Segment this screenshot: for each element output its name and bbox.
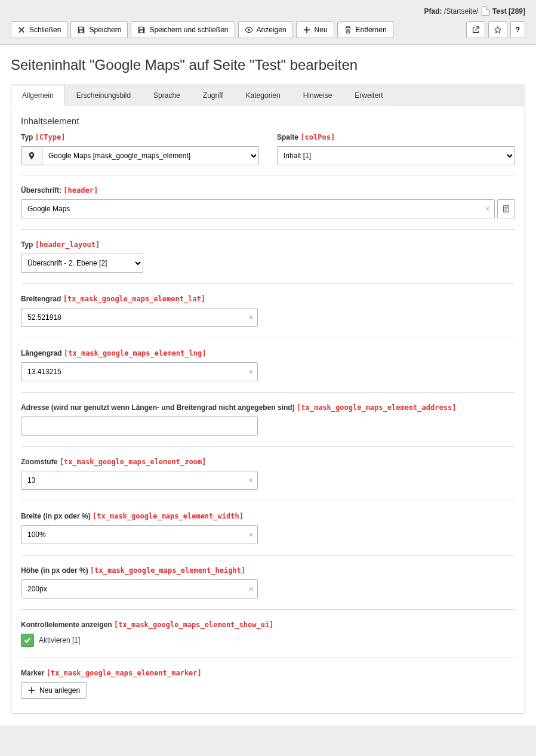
save-close-button-label: Speichern und schließen — [149, 26, 228, 34]
tabs: Allgemein Erscheinungsbild Sprache Zugri… — [11, 84, 525, 106]
height-label: Höhe (in px oder %) [tx_mask_google_maps… — [21, 566, 515, 575]
clear-icon[interactable]: × — [485, 204, 490, 214]
close-icon — [17, 26, 26, 34]
address-input[interactable] — [21, 416, 258, 436]
view-button[interactable]: Anzeigen — [238, 21, 293, 38]
tab-categories[interactable]: Kategorien — [235, 85, 292, 106]
new-button[interactable]: Neu — [296, 21, 334, 38]
lat-input[interactable] — [21, 308, 258, 327]
tab-appearance[interactable]: Erscheinungsbild — [65, 85, 142, 106]
toolbar: Schließen Speichern Speichern und schlie… — [0, 19, 536, 45]
star-icon — [494, 26, 502, 34]
clear-icon[interactable]: × — [248, 584, 253, 594]
tab-language[interactable]: Sprache — [142, 85, 192, 106]
close-button-label: Schließen — [29, 26, 61, 34]
ctype-select[interactable]: Google Maps [mask_google_maps_element] — [42, 146, 259, 165]
clear-icon[interactable]: × — [248, 530, 253, 539]
svg-point-0 — [248, 29, 250, 31]
zoom-input[interactable] — [21, 471, 258, 490]
header-layout-label: Typ [header_layout] — [21, 240, 515, 249]
tab-hints[interactable]: Hinweise — [292, 85, 344, 106]
document-icon — [502, 205, 510, 213]
external-link-icon — [472, 26, 480, 34]
marker-label: Marker [tx_mask_google_maps_element_mark… — [21, 669, 515, 677]
path-root-link[interactable]: /Startseite/ — [444, 7, 478, 16]
tab-extended[interactable]: Erweitert — [343, 85, 394, 106]
width-input[interactable] — [21, 525, 258, 544]
header-input[interactable] — [21, 199, 495, 218]
marker-new-button[interactable]: Neu anlegen — [21, 682, 87, 699]
view-button-label: Anzeigen — [257, 26, 287, 34]
clear-icon[interactable]: × — [248, 367, 253, 377]
marker-icon — [27, 152, 36, 160]
bookmark-button[interactable] — [488, 21, 507, 38]
section-content-element: Inhaltselement — [21, 116, 515, 126]
help-icon: ? — [516, 26, 520, 34]
lng-label: Längengrad [tx_mask_google_maps_element_… — [21, 349, 515, 357]
eye-icon — [245, 26, 253, 34]
ctype-icon-prefix — [21, 146, 42, 165]
tab-access[interactable]: Zugriff — [192, 85, 235, 106]
show-ui-label: Kontrollelemente anzeigen [tx_mask_googl… — [21, 621, 515, 629]
marker-new-button-label: Neu anlegen — [39, 686, 80, 695]
delete-button[interactable]: Entfernen — [337, 21, 393, 38]
address-label: Adresse (wird nur genutzt wenn Längen- u… — [21, 403, 515, 412]
save-icon — [77, 26, 85, 34]
tab-content-general: Inhaltselement Typ [CType] Google Maps [… — [11, 106, 525, 714]
header-label: Überschrift: [header] — [21, 186, 515, 195]
zoom-label: Zoomstufe [tx_mask_google_maps_element_z… — [21, 458, 515, 466]
help-button[interactable]: ? — [510, 21, 525, 38]
colpos-select[interactable]: Inhalt [1] — [277, 146, 515, 165]
path-label: Pfad: — [424, 7, 442, 16]
show-ui-checkbox[interactable] — [21, 634, 34, 647]
delete-button-label: Entfernen — [356, 26, 387, 34]
page-icon — [482, 7, 489, 16]
header-layout-select[interactable]: Überschrift - 2. Ebene [2] — [21, 254, 143, 273]
width-label: Breite (in px oder %) [tx_mask_google_ma… — [21, 512, 515, 520]
plus-icon — [303, 26, 311, 34]
tab-general[interactable]: Allgemein — [11, 85, 65, 106]
check-icon — [23, 636, 32, 644]
open-external-button[interactable] — [466, 21, 485, 38]
lat-label: Breitengrad [tx_mask_google_maps_element… — [21, 295, 515, 303]
save-button[interactable]: Speichern — [70, 21, 128, 38]
height-input[interactable] — [21, 579, 258, 598]
colpos-label: Spalte [colPos] — [277, 133, 515, 141]
plus-icon — [27, 686, 36, 695]
ctype-label: Typ [CType] — [21, 133, 259, 141]
lng-input[interactable] — [21, 362, 258, 381]
save-close-icon — [137, 26, 146, 34]
trash-icon — [344, 26, 352, 34]
path-page-title: Test [289] — [492, 7, 525, 16]
close-button[interactable]: Schließen — [11, 21, 67, 38]
clear-icon[interactable]: × — [248, 476, 253, 485]
clear-icon[interactable]: × — [248, 313, 253, 322]
breadcrumb-bar: Pfad: /Startseite/ Test [289] — [0, 0, 536, 19]
save-button-label: Speichern — [89, 26, 121, 34]
page-title: Seiteninhalt "Google Maps" auf Seite "Te… — [11, 57, 525, 73]
show-ui-checkbox-label: Aktivieren [1] — [39, 636, 80, 644]
save-close-button[interactable]: Speichern und schließen — [131, 21, 235, 38]
new-button-label: Neu — [315, 26, 328, 34]
header-action-button[interactable] — [497, 199, 515, 218]
